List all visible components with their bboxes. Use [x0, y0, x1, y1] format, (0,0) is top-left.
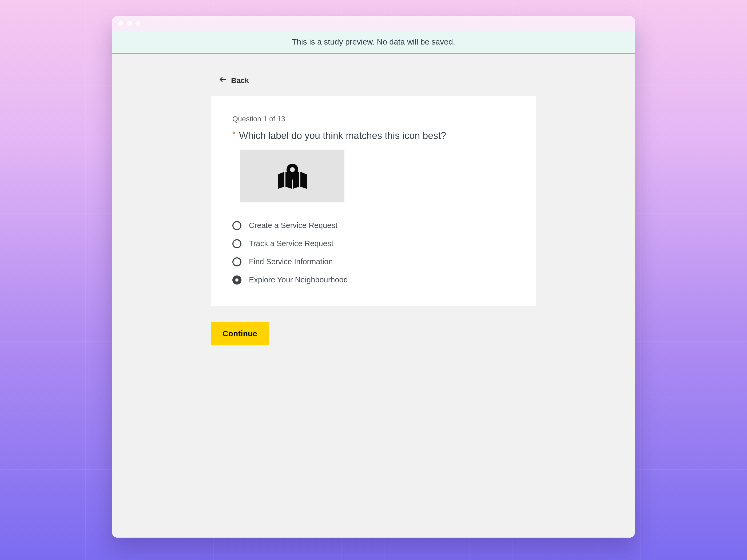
arrow-left-icon: [219, 76, 227, 85]
question-card: Question 1 of 13 * Which label do you th…: [211, 96, 536, 306]
option-explore-your-neighbourhood[interactable]: Explore Your Neighbourhood: [232, 275, 515, 285]
option-label: Explore Your Neighbourhood: [249, 275, 348, 284]
window-control-close[interactable]: [119, 21, 123, 26]
required-indicator: *: [232, 130, 235, 139]
window-control-minimize[interactable]: [127, 21, 132, 26]
option-find-service-information[interactable]: Find Service Information: [232, 257, 515, 266]
window-control-zoom[interactable]: [135, 21, 140, 26]
option-label: Track a Service Request: [249, 239, 333, 248]
question-row: * Which label do you think matches this …: [232, 130, 515, 142]
radio-icon: [232, 221, 241, 230]
option-label: Find Service Information: [249, 257, 333, 266]
question-text: Which label do you think matches this ic…: [239, 130, 446, 142]
question-icon-tile: [240, 150, 344, 203]
option-track-service-request[interactable]: Track a Service Request: [232, 239, 515, 248]
svg-point-1: [290, 167, 295, 172]
map-marker-icon: [276, 162, 308, 190]
continue-label: Continue: [223, 329, 257, 338]
continue-button[interactable]: Continue: [211, 322, 269, 345]
radio-icon: [232, 257, 241, 266]
back-button[interactable]: Back: [211, 70, 252, 96]
preview-banner: This is a study preview. No data will be…: [112, 31, 635, 54]
question-counter: Question 1 of 13: [232, 115, 515, 123]
option-label: Create a Service Request: [249, 221, 337, 230]
options-list: Create a Service Request Track a Service…: [232, 221, 515, 285]
back-label: Back: [231, 76, 249, 85]
browser-window: This is a study preview. No data will be…: [112, 16, 635, 538]
window-titlebar: [112, 16, 635, 31]
content-wrap: Back Question 1 of 13 * Which label do y…: [200, 54, 547, 356]
radio-icon-selected: [232, 275, 241, 285]
app-body: This is a study preview. No data will be…: [112, 31, 635, 538]
preview-banner-text: This is a study preview. No data will be…: [292, 37, 455, 46]
radio-icon: [232, 239, 241, 248]
option-create-service-request[interactable]: Create a Service Request: [232, 221, 515, 230]
